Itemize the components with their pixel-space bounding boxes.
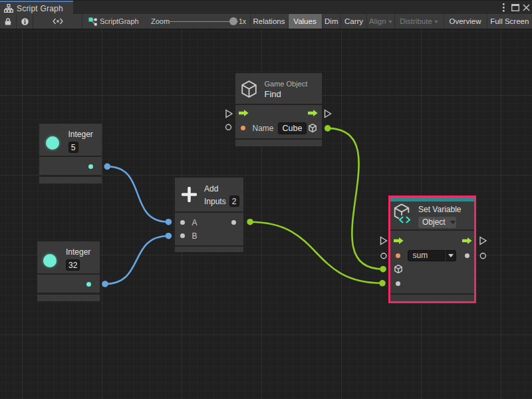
port-setvar-control-out[interactable]: [480, 237, 486, 245]
setvar-name-caret-icon: [448, 254, 454, 257]
node-integer-1-body: [39, 157, 102, 175]
integer-2-output-port[interactable]: [86, 282, 91, 287]
add-input-a-label: A: [192, 218, 198, 227]
lock-button[interactable]: [0, 14, 16, 29]
integer-1-value-field[interactable]: 5: [68, 142, 78, 153]
node-add-footer: [175, 247, 243, 252]
graph-canvas[interactable]: Integer 5 Integer 32: [0, 29, 532, 399]
zoom-label: Zoom: [151, 14, 170, 29]
align-button[interactable]: Align: [366, 14, 394, 29]
node-integer-2[interactable]: Integer 32: [37, 241, 100, 301]
node-add-header: Add Inputs 2: [175, 178, 243, 211]
values-button[interactable]: Values: [288, 14, 322, 29]
dim-button[interactable]: Dim: [322, 14, 341, 29]
find-control-out-arrow[interactable]: [308, 110, 318, 116]
setvar-name-dropdown-button[interactable]: [445, 250, 456, 261]
node-setvar-footer: [390, 295, 474, 301]
port-find-control-in[interactable]: [226, 110, 232, 118]
lock-icon: [5, 18, 11, 25]
edge-endpoint-add-a-input[interactable]: [166, 219, 172, 225]
relations-button[interactable]: Relations: [250, 14, 288, 29]
info-button[interactable]: [17, 14, 33, 29]
find-control-in-arrow[interactable]: [239, 110, 249, 116]
node-setvar[interactable]: Set Variable Object sum: [388, 196, 476, 303]
find-result-cube-icon[interactable]: [309, 124, 317, 132]
setvar-name-port[interactable]: [396, 253, 400, 258]
node-add[interactable]: Add Inputs 2 A B: [175, 178, 243, 252]
tab-title: Script Graph: [17, 4, 63, 13]
tab-script-graph[interactable]: Script Graph: [0, 1, 73, 15]
port-setvar-control-in[interactable]: [381, 237, 387, 245]
edge-integer1-to-add-a[interactable]: [107, 166, 168, 221]
integer-1-type-dot: [46, 136, 59, 150]
integer-1-output-port[interactable]: [88, 164, 93, 169]
edge-endpoint-setvar-object-input[interactable]: [380, 266, 386, 273]
info-icon: [21, 18, 29, 25]
edge-find-to-setvar-object[interactable]: [328, 128, 383, 269]
distribute-button[interactable]: Distribute: [394, 14, 444, 29]
node-integer-2-footer: [37, 295, 100, 302]
edge-integer2-to-add-b[interactable]: [105, 236, 168, 284]
node-integer-2-header: Integer 32: [37, 241, 100, 273]
zoom-slider[interactable]: [170, 21, 238, 22]
setvar-object-cube-icon[interactable]: [394, 265, 402, 273]
close-icon: [523, 4, 530, 11]
port-setvar-value-out[interactable]: [480, 253, 485, 259]
game-object-cube-icon: [241, 80, 257, 98]
port-find-name-in[interactable]: [226, 124, 231, 130]
setvar-kind-caret-icon: [450, 221, 456, 224]
set-variable-icon: [394, 203, 413, 224]
node-integer-1[interactable]: Integer 5: [39, 124, 102, 184]
node-find[interactable]: Game Object Find Name Cube: [235, 73, 322, 145]
graph-breadcrumb-icon: [88, 14, 97, 29]
setvar-name-field[interactable]: sum: [408, 250, 446, 261]
setvar-name-combo: sum: [408, 250, 457, 261]
edge-endpoint-setvar-value-input[interactable]: [379, 280, 386, 287]
carry-button[interactable]: Carry: [340, 14, 366, 29]
breadcrumb[interactable]: ScriptGraph: [100, 14, 139, 29]
setvar-control-in-arrow[interactable]: [394, 237, 404, 244]
edge-endpoint-integer1-output[interactable]: [104, 164, 111, 170]
find-name-field[interactable]: Cube: [278, 122, 307, 134]
setvar-value-in-port[interactable]: [396, 281, 400, 286]
menu-button[interactable]: [498, 1, 509, 15]
maximize-button[interactable]: [509, 1, 521, 15]
add-input-a-port[interactable]: [180, 220, 185, 225]
node-integer-2-body: [37, 275, 100, 293]
setvar-value-out-port[interactable]: [465, 253, 469, 258]
find-name-label: Name: [253, 124, 274, 133]
add-sum-output-port[interactable]: [231, 220, 236, 225]
script-graph-window: Script Graph: [0, 0, 532, 399]
find-name-port[interactable]: [241, 126, 245, 130]
edge-endpoint-integer2-output[interactable]: [102, 281, 108, 287]
node-integer-1-header: Integer 5: [39, 124, 102, 156]
integer-2-type-dot: [43, 254, 57, 267]
overview-button[interactable]: Overview: [444, 14, 487, 29]
port-setvar-name-in[interactable]: [381, 253, 386, 259]
node-setvar-body: sum: [390, 231, 474, 293]
code-view-button[interactable]: [33, 14, 82, 29]
maximize-icon: [511, 4, 519, 11]
edge-endpoint-find-result-output[interactable]: [325, 125, 331, 132]
edge-endpoint-add-sum-output[interactable]: [247, 219, 253, 225]
edge-endpoint-add-b-input[interactable]: [166, 233, 172, 239]
integer-1-title: Integer: [68, 130, 93, 139]
toolbar-buttons: Relations Values Dim Carry Align Distrib…: [250, 14, 532, 29]
port-find-control-out[interactable]: [325, 110, 331, 118]
node-integer-1-footer: [39, 177, 102, 184]
add-inputs-field[interactable]: 2: [229, 196, 239, 207]
zoom-slider-handle[interactable]: [229, 17, 237, 25]
node-find-footer: [235, 140, 322, 146]
integer-2-value-field[interactable]: 32: [66, 259, 80, 271]
add-input-b-port[interactable]: [180, 233, 185, 238]
integer-2-title: Integer: [66, 247, 90, 257]
close-button[interactable]: [521, 1, 532, 15]
node-find-header: Game Object Find: [235, 73, 322, 104]
fullscreen-button[interactable]: Full Screen: [487, 14, 532, 29]
add-input-b-label: B: [192, 231, 198, 241]
setvar-kind-dropdown[interactable]: Object: [418, 217, 456, 228]
titlebar: Script Graph: [0, 0, 532, 14]
add-inputs-label: Inputs: [204, 197, 226, 206]
edge-add-to-setvar-value[interactable]: [250, 222, 382, 283]
setvar-control-out-arrow[interactable]: [462, 237, 472, 244]
